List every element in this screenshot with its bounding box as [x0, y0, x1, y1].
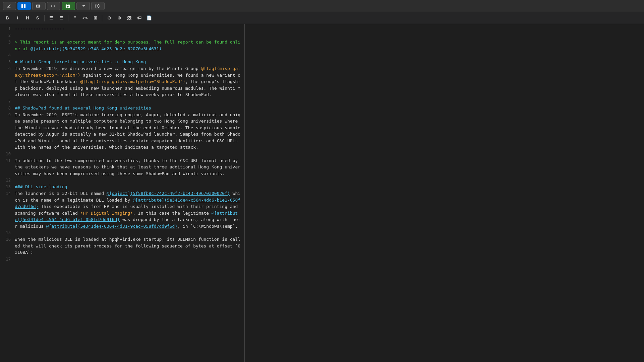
line-8: 8## ShadowPad found at several Hong Kong…: [0, 105, 244, 112]
line-5: 5# Winnti Group targeting universities i…: [0, 59, 244, 65]
edit-icon: [6, 4, 11, 8]
code-button[interactable]: </>: [80, 14, 90, 22]
strikethrough-button[interactable]: S: [33, 14, 42, 22]
svg-rect-1: [24, 4, 25, 8]
line-17: 17: [0, 256, 244, 263]
main-area: 1------------------- 2 3> This report is…: [0, 24, 644, 362]
line-6: 6In November 2019, we discovered a new c…: [0, 65, 244, 98]
save-icon: [65, 4, 70, 8]
format-toolbar: B I H S ☰ ☰ " </> ⊞ ⊙ ⊕ 🖼 🏷 📄: [0, 12, 644, 24]
svg-rect-0: [21, 4, 23, 8]
line-1: 1-------------------: [0, 25, 244, 32]
line-2: 2: [0, 32, 244, 39]
help-button[interactable]: ?: [91, 2, 105, 10]
ordered-list-button[interactable]: ☰: [57, 14, 66, 22]
line-13: 13### DLL side-loading: [0, 184, 244, 190]
svg-text:?: ?: [97, 4, 98, 8]
line-14: 14The launcher is a 32-bit DLL named @[o…: [0, 190, 244, 229]
line-12: 12: [0, 177, 244, 184]
line-3: 3> This report is an excerpt meant for d…: [0, 39, 244, 52]
edit-button[interactable]: [3, 2, 16, 10]
unordered-list-button[interactable]: ☰: [47, 14, 56, 22]
raw-icon: [51, 4, 55, 8]
table-button[interactable]: ⊞: [91, 14, 100, 22]
line-10: 10: [0, 151, 244, 157]
menu-button[interactable]: [76, 2, 90, 10]
split-screen-button[interactable]: [17, 2, 31, 10]
chevron-down-icon: [81, 4, 86, 8]
extra2-button[interactable]: ⊕: [114, 14, 124, 22]
line-9: 9In November 2019, ESET's machine-learni…: [0, 112, 244, 151]
italic-button[interactable]: I: [13, 14, 22, 22]
separator-1: [44, 15, 45, 21]
help-icon: ?: [95, 4, 100, 8]
separator-3: [102, 15, 102, 21]
line-16: 16When the malicious DLL is loaded at hp…: [0, 236, 244, 256]
main-toolbar: ?: [0, 0, 644, 12]
image-button[interactable]: 🖼: [124, 14, 134, 22]
extra1-button[interactable]: ⊙: [104, 14, 114, 22]
separator-2: [68, 15, 68, 21]
editor-pane[interactable]: 1------------------- 2 3> This report is…: [0, 24, 245, 362]
bold-button[interactable]: B: [3, 14, 12, 22]
split-icon: [21, 4, 26, 8]
save-button[interactable]: [62, 2, 75, 10]
tag-button[interactable]: 🏷: [134, 14, 144, 22]
editor-content[interactable]: 1------------------- 2 3> This report is…: [0, 24, 244, 264]
line-4: 4: [0, 52, 244, 59]
line-11: 11In addition to the two compromised uni…: [0, 157, 244, 177]
line-7: 7: [0, 98, 244, 105]
heading-button[interactable]: H: [23, 14, 32, 22]
markdown-icon: [36, 4, 41, 8]
quote-button[interactable]: ": [70, 14, 80, 22]
raw-button[interactable]: [47, 2, 60, 10]
extra3-button[interactable]: 📄: [144, 14, 154, 22]
line-15: 15: [0, 229, 244, 236]
markdown-button[interactable]: [32, 2, 46, 10]
